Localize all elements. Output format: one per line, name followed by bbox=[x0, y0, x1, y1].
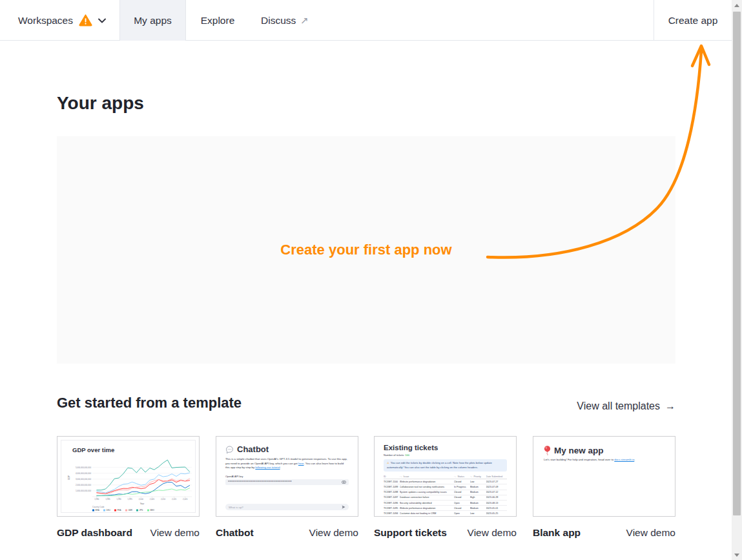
card-label-row: Blank app View demo bbox=[533, 527, 675, 539]
empty-apps-panel: Create your first app now bbox=[57, 136, 675, 364]
chatbot-preview-title: Chatbot bbox=[237, 444, 269, 454]
get-key-link: here bbox=[298, 462, 304, 465]
gdp-chart-svg: 1,000,000,000,0002,000,000,000,0003,000,… bbox=[67, 455, 199, 517]
create-app-button[interactable]: Create app bbox=[654, 0, 732, 41]
card-label-row: Chatbot View demo bbox=[216, 527, 358, 539]
chat-message-input: What is up? bbox=[225, 504, 349, 510]
view-demo-link[interactable]: View demo bbox=[626, 527, 675, 539]
card-name: GDP dashboard bbox=[57, 527, 132, 539]
svg-text:3,000,000,000,000: 3,000,000,000,000 bbox=[76, 478, 92, 481]
svg-text:4,000,000,000,000: 4,000,000,000,000 bbox=[76, 472, 92, 475]
card-name: Support tickets bbox=[374, 527, 447, 539]
svg-text:MEX: MEX bbox=[150, 509, 155, 512]
gdp-chart-title: GDP over time bbox=[72, 446, 114, 453]
templates-section-title: Get started from a template bbox=[57, 395, 242, 411]
blank-preview-panel: My new app Let's start building! For hel… bbox=[533, 437, 675, 516]
external-link-icon: ↗ bbox=[300, 15, 309, 26]
ticket-row: TICKET-1095Website performance degradati… bbox=[384, 506, 507, 511]
ticket-row: TICKET-1100Website performance degradati… bbox=[384, 479, 507, 484]
tab-discuss[interactable]: Discuss ↗ bbox=[249, 0, 320, 41]
svg-text:5,000,000,000,000: 5,000,000,000,000 bbox=[76, 466, 92, 469]
chatbot-intro-text: This is a simple chatbot that uses OpenA… bbox=[225, 457, 349, 470]
tickets-info-box: ⚠You can edit the tickets by double clic… bbox=[384, 459, 507, 472]
template-card-blank-app[interactable]: My new app Let's start building! For hel… bbox=[533, 436, 675, 517]
tab-label: Discuss bbox=[261, 15, 296, 26]
svg-text:Year: Year bbox=[140, 503, 145, 505]
balloon-icon bbox=[544, 446, 551, 455]
speech-bubble-icon bbox=[225, 446, 234, 453]
svg-text:2,020: 2,020 bbox=[183, 498, 188, 501]
card-label-row: Support tickets View demo bbox=[374, 527, 517, 539]
svg-text:2,000,000,000,000: 2,000,000,000,000 bbox=[76, 484, 92, 486]
svg-text:GBR: GBR bbox=[129, 509, 133, 512]
chat-placeholder: What is up? bbox=[229, 506, 342, 509]
tickets-preview-title: Existing tickets bbox=[384, 444, 507, 451]
page-title: Your apps bbox=[57, 93, 144, 114]
top-nav: Workspaces My apps Explore Discuss ↗ Cre… bbox=[0, 0, 732, 41]
api-key-input: ****************************************… bbox=[225, 479, 349, 485]
card-label-row: GDP dashboard View demo bbox=[57, 527, 200, 539]
view-demo-link[interactable]: View demo bbox=[150, 527, 200, 539]
svg-text:2,015: 2,015 bbox=[172, 498, 177, 501]
ticket-row: TICKET-1098System updates causing compat… bbox=[384, 490, 507, 495]
gdp-preview-panel: GDP over time 1,000,000,000,0002,000,000… bbox=[61, 440, 196, 513]
blank-preview-title: My new app bbox=[554, 446, 604, 455]
view-demo-link[interactable]: View demo bbox=[309, 527, 358, 539]
scrollbar-down-arrow[interactable] bbox=[732, 550, 742, 560]
svg-text:1,995: 1,995 bbox=[128, 498, 133, 501]
blank-preview-text: Let's start building! For help and inspi… bbox=[544, 458, 665, 461]
template-card-chatbot[interactable]: Chatbot This is a simple chatbot that us… bbox=[216, 436, 358, 517]
svg-text:FRA: FRA bbox=[118, 509, 121, 512]
ticket-row: TICKET-1099Collaboration tool not sendin… bbox=[384, 484, 507, 490]
app-screen: Workspaces My apps Explore Discuss ↗ Cre… bbox=[0, 0, 742, 560]
tickets-preview-panel: Existing tickets Number of tickets: 100 … bbox=[375, 437, 516, 516]
svg-text:GDP: GDP bbox=[68, 475, 70, 480]
svg-text:2,010: 2,010 bbox=[161, 498, 166, 501]
workspaces-menu[interactable]: Workspaces bbox=[18, 0, 106, 41]
tickets-table-rows: TICKET-1100Website performance degradati… bbox=[384, 479, 507, 516]
eye-icon bbox=[342, 481, 346, 484]
docs-link: docs.streamlit.io bbox=[614, 458, 634, 461]
card-name: Blank app bbox=[533, 527, 581, 539]
svg-text:DEU: DEU bbox=[107, 509, 110, 512]
workspaces-label: Workspaces bbox=[18, 15, 73, 26]
svg-text:BRA: BRA bbox=[96, 509, 99, 512]
card-name: Chatbot bbox=[216, 527, 254, 539]
chevron-down-icon bbox=[98, 18, 106, 23]
warning-icon: ⚠ bbox=[387, 461, 389, 464]
template-card-support-tickets[interactable]: Existing tickets Number of tickets: 100 … bbox=[374, 436, 517, 517]
tab-explore[interactable]: Explore bbox=[186, 0, 249, 41]
svg-text:Country Code: Country Code bbox=[92, 506, 105, 508]
tab-label: Explore bbox=[201, 15, 235, 26]
tab-label: My apps bbox=[134, 15, 172, 26]
scrollbar-thumb[interactable] bbox=[733, 12, 741, 515]
scrollbar[interactable] bbox=[732, 0, 742, 560]
svg-text:JPN: JPN bbox=[139, 509, 143, 512]
ticket-row: TICKET-1096Security vulnerability identi… bbox=[384, 501, 507, 506]
scrollbar-up-arrow[interactable] bbox=[732, 0, 742, 10]
view-all-label: View all templates bbox=[577, 400, 660, 412]
tickets-count-value: 100 bbox=[405, 453, 409, 457]
create-first-app-cta: Create your first app now bbox=[280, 242, 451, 258]
svg-text:1,000,000,000,000: 1,000,000,000,000 bbox=[76, 490, 92, 492]
template-card-gdp-dashboard[interactable]: GDP over time 1,000,000,000,0002,000,000… bbox=[57, 436, 200, 517]
api-key-mask: ****************************************… bbox=[228, 481, 342, 484]
svg-text:1,985: 1,985 bbox=[105, 498, 110, 501]
warning-icon bbox=[79, 14, 92, 26]
tickets-table: ID↑↓Issue↑↓Status↑↓PriorityDate Submitte… bbox=[384, 474, 507, 517]
svg-text:2,005: 2,005 bbox=[150, 498, 155, 501]
send-icon bbox=[342, 505, 345, 509]
tutorial-link: following our tutorial bbox=[255, 466, 280, 469]
tickets-table-header: ID↑↓Issue↑↓Status↑↓PriorityDate Submitte… bbox=[384, 474, 507, 479]
chatbot-preview-panel: Chatbot This is a simple chatbot that us… bbox=[216, 437, 358, 516]
view-demo-link[interactable]: View demo bbox=[468, 527, 517, 539]
tab-my-apps[interactable]: My apps bbox=[119, 0, 186, 41]
ticket-row: TICKET-1094Customer data not loading in … bbox=[384, 511, 507, 516]
svg-text:2,000: 2,000 bbox=[139, 498, 144, 501]
svg-text:1,990: 1,990 bbox=[116, 498, 121, 501]
svg-text:1,980: 1,980 bbox=[94, 498, 99, 501]
tickets-count: Number of tickets: 100 bbox=[384, 453, 507, 457]
arrow-right-icon: → bbox=[665, 400, 675, 412]
view-all-templates-link[interactable]: View all templates → bbox=[577, 400, 675, 412]
ticket-row: TICKET-1097Database connection failureCl… bbox=[384, 495, 507, 501]
